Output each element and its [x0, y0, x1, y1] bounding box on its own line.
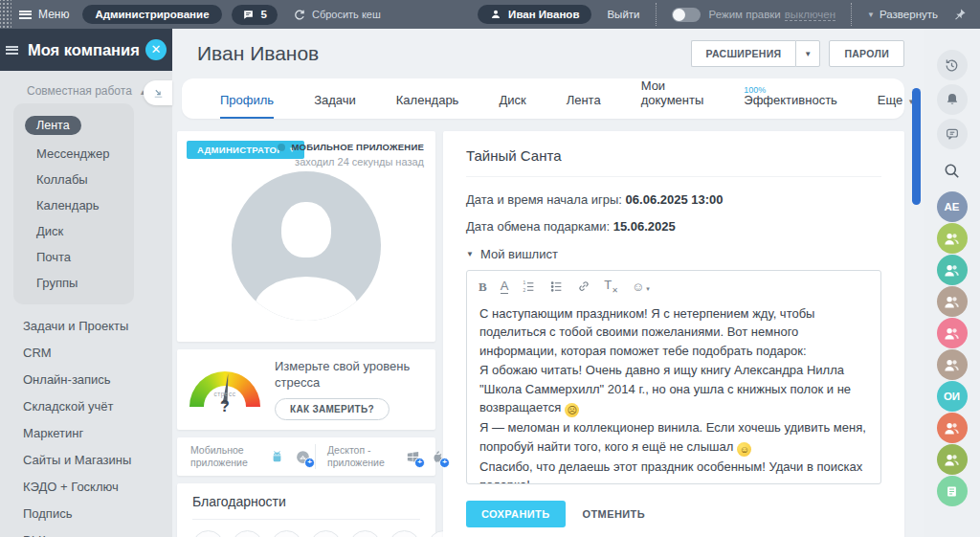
edit-mode-toggle[interactable] [672, 8, 701, 22]
weary-face-icon: ☹ [565, 403, 579, 417]
wishlist-label: Мой вишлист [480, 247, 558, 261]
sidebar-items: Задачи и ПроектыCRMОнлайн-записьСкладско… [0, 312, 172, 537]
appstore-icon[interactable]: + [295, 449, 311, 465]
tab-профиль[interactable]: Профиль [220, 78, 274, 119]
screen-icon[interactable]: ▭ [271, 530, 302, 537]
current-user-button[interactable]: Иван Иванов [478, 5, 591, 24]
sidebar-item-диск[interactable]: Диск [13, 218, 134, 244]
sidebar-item-bi конструктор[interactable]: BI Конструктор [0, 526, 172, 537]
rail-group-avatar[interactable] [937, 413, 968, 443]
expand-button[interactable]: ▼ Развернуть [867, 9, 938, 20]
sidebar-item-складской учёт[interactable]: Складской учёт [0, 392, 172, 419]
rail-group-avatar[interactable] [937, 444, 968, 475]
sidebar-item-лента[interactable]: Лента [13, 110, 134, 141]
rail-document-icon[interactable] [937, 476, 968, 506]
plus-one-icon[interactable]: +1 [349, 530, 381, 537]
emoji-icon[interactable]: ☺▾ [632, 280, 650, 293]
sidebar-item-маркетинг[interactable]: Маркетинг [0, 419, 172, 446]
passwords-button[interactable]: ПАРОЛИ [829, 40, 904, 67]
top-bar: Меню Администрирование 5 Сбросить кеш Ив… [0, 0, 980, 29]
svg-text:2: 2 [523, 288, 526, 293]
sidebar-item-сайты и магазины[interactable]: Сайты и Магазины [0, 446, 172, 473]
close-icon[interactable]: ✕ [145, 39, 167, 60]
desktop-app-block: Десктоп - приложение + + [315, 444, 450, 469]
right-rail: АЕОИ [924, 29, 980, 537]
link-icon[interactable] [577, 280, 590, 293]
refresh-icon [293, 9, 305, 21]
windows-icon[interactable]: + [405, 449, 421, 465]
extensions-button[interactable]: РАСШИРЕНИЯ [691, 40, 796, 67]
logout-button[interactable]: Выйти [607, 9, 639, 20]
pin-icon[interactable] [953, 8, 967, 21]
online-dot-icon [278, 144, 285, 151]
bold-icon[interactable]: B [479, 280, 487, 293]
clear-format-icon[interactable]: T✕ [604, 279, 618, 295]
menu-label: Меню [38, 8, 69, 21]
avatar-silhouette-head [281, 202, 331, 257]
sidebar-collapse-button[interactable] [144, 80, 172, 105]
sidebar-item-подпись[interactable]: Подпись [0, 500, 172, 526]
note-icon[interactable]: ♪ [389, 530, 420, 537]
sidebar-item-задачи и проекты[interactable]: Задачи и Проекты [0, 312, 172, 339]
save-button[interactable]: СОХРАНИТЬ [466, 501, 566, 527]
tab-диск[interactable]: Диск [499, 78, 525, 119]
gauge-label: стресс [189, 391, 261, 397]
cancel-button[interactable]: ОТМЕНИТЬ [583, 508, 645, 520]
admin-button[interactable]: Администрирование [82, 5, 221, 24]
toggle-knob [673, 9, 685, 21]
tab-задачи[interactable]: Задачи [314, 78, 356, 119]
rail-avatar-ОИ[interactable]: ОИ [937, 381, 968, 412]
chat-icon[interactable] [937, 119, 968, 149]
rail-group-avatar[interactable] [937, 318, 968, 348]
notifications-counter[interactable]: 5 [232, 5, 278, 25]
rail-group-avatar[interactable] [937, 255, 968, 285]
tab-еще[interactable]: Еще▼ [878, 78, 915, 119]
sidebar-item-мессенджер[interactable]: Мессенджер [13, 141, 134, 167]
reset-cache-button[interactable]: Сбросить кеш [293, 9, 381, 21]
tab-лента[interactable]: Лента [567, 78, 601, 119]
sidebar-item-онлайн-запись[interactable]: Онлайн-запись [0, 366, 172, 392]
sidebar-hamburger-icon[interactable] [6, 46, 18, 55]
android-icon[interactable] [268, 448, 286, 466]
tab-эффективность[interactable]: 100%Эффективность [744, 78, 837, 119]
history-icon[interactable] [937, 50, 968, 80]
extensions-dropdown-button[interactable]: ▼ [795, 40, 820, 67]
rail-group-avatar[interactable] [937, 286, 968, 317]
how-to-measure-button[interactable]: КАК ЗАМЕРИТЬ? [275, 398, 390, 420]
status-title: МОБИЛЬНОЕ ПРИЛОЖЕНИЕ [291, 142, 424, 152]
vertical-scrollbar[interactable] [912, 88, 921, 205]
search-icon[interactable] [937, 155, 968, 186]
text-color-icon[interactable]: A [501, 280, 509, 294]
medal-icon[interactable]: ✪ [232, 530, 263, 537]
profile-tabs: ПрофильЗадачиКалендарьДискЛентаМои докум… [182, 78, 904, 119]
wishlist-editor[interactable]: BA12T✕☺▾ С наступающим праздником! Я с н… [466, 270, 881, 484]
sidebar-item-коллабы[interactable]: Коллабы [13, 167, 134, 192]
gift-exchange-line: Дата обмена подарками: 15.06.2025 [466, 219, 881, 234]
add-badge-icon: + [439, 458, 450, 468]
menu-button[interactable]: Меню [19, 8, 69, 21]
sidebar-item-crm[interactable]: CRM [0, 339, 172, 366]
sidebar-item-календарь[interactable]: Календарь [13, 192, 134, 218]
award-icon[interactable]: ⚑ [192, 530, 224, 537]
sidebar-item-группы[interactable]: Группы [13, 270, 134, 296]
numbered-list-icon[interactable]: 12 [522, 280, 536, 293]
notifications-bell-icon[interactable] [937, 84, 968, 115]
edit-mode-state[interactable]: выключен [785, 9, 835, 21]
wishlist-text[interactable]: С наступающим праздником! Я с нетерпение… [467, 299, 880, 483]
rail-group-avatar[interactable] [937, 223, 968, 254]
drag-handle[interactable] [0, 0, 11, 29]
rail-group-avatar[interactable] [937, 349, 968, 380]
bullet-list-icon[interactable] [549, 280, 564, 293]
tab-мои документы[interactable]: Мои документы [641, 78, 704, 119]
apps-card: Мобильное приложение + Десктоп - приложе… [177, 437, 435, 476]
tab-календарь[interactable]: Календарь [396, 78, 459, 119]
wishlist-toggle[interactable]: ▼ Мой вишлист [466, 247, 881, 261]
avatar[interactable] [232, 171, 381, 321]
sidebar-item-кэдо + госключ[interactable]: КЭДО + Госключ [0, 473, 172, 500]
sidebar-item-почта[interactable]: Почта [13, 244, 134, 270]
rail-avatar-АЕ[interactable]: АЕ [937, 191, 968, 222]
apple-icon[interactable]: + [430, 449, 446, 465]
wink-face-icon: ☺ [737, 442, 751, 457]
badge-icon[interactable]: ♜ [310, 530, 342, 537]
role-badge-label: АДМИНИСТРАТОР [197, 145, 283, 155]
